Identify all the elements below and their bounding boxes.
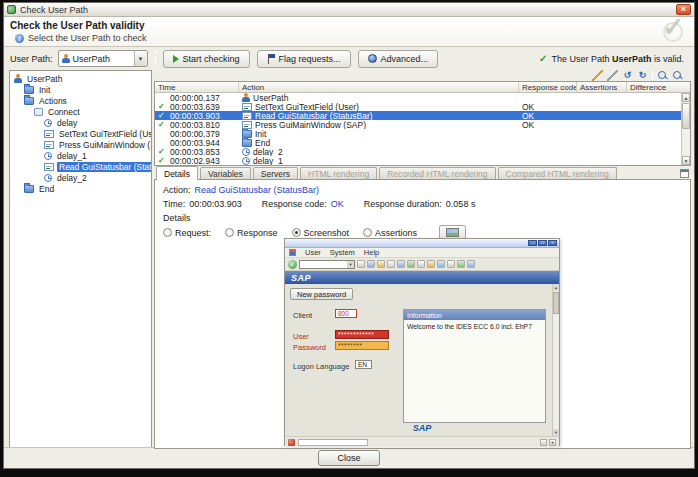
container-icon (34, 108, 43, 116)
tree-item-userpath[interactable]: UserPath (10, 73, 151, 84)
delay-icon (242, 157, 250, 165)
scroll-thumb[interactable] (682, 103, 690, 129)
password-field: ******** (335, 341, 389, 350)
column-time[interactable]: Time (155, 82, 239, 92)
info-icon: i (15, 34, 24, 43)
maximize-panel-icon[interactable] (680, 169, 689, 178)
tree-item-actions[interactable]: Actions (10, 95, 151, 106)
close-button[interactable]: Close (318, 450, 380, 466)
status-indicator-icon (288, 439, 295, 446)
table-row[interactable]: ✓00:00:03.639 SetText GuiTextField (User… (155, 102, 690, 111)
redo-icon[interactable]: ↻ (637, 70, 648, 81)
brush-icon[interactable] (607, 70, 618, 81)
command-bar: User Path: UserPath ▼ Start checking Fla… (4, 47, 694, 70)
status-mini-icon: ▼ (549, 439, 556, 446)
radio-request[interactable]: Request: (163, 228, 211, 238)
column-response-code[interactable]: Response code (519, 82, 577, 92)
tree-item-connect[interactable]: Connect (10, 106, 151, 117)
minimize-icon: – (528, 240, 537, 246)
information-title: Information (404, 310, 545, 320)
zoom-in-icon[interactable] (657, 70, 668, 81)
information-panel: Information Welcome to the IDES ECC 6.0 … (403, 309, 546, 423)
userpath-icon (14, 74, 22, 83)
tree-item-press[interactable]: Press GuiMainWindow (SAP) (10, 139, 151, 150)
tab-variables[interactable]: Variables (200, 167, 251, 179)
client-label: Client (293, 311, 312, 320)
scroll-up-icon: ▲ (553, 284, 559, 291)
chevron-down-icon: ▼ (347, 261, 354, 268)
sap-toolbar: ✓ ▼ (285, 258, 559, 271)
table-row[interactable]: ✓00:00:03.810 Press GuiMainWindow (SAP) … (155, 120, 690, 129)
table-row[interactable]: ✓00:00:03.853 delay_2 (155, 147, 690, 156)
time-value: 00:00:03.903 (189, 199, 242, 209)
column-difference[interactable]: Difference (627, 82, 690, 92)
read-icon (44, 163, 54, 171)
user-path-label: User Path: (10, 54, 53, 64)
new-password-button: New password (290, 288, 353, 300)
tree-item-delay[interactable]: delay (10, 117, 151, 128)
table-row[interactable]: ✓00:00:02.943 delay_1 (155, 156, 690, 165)
sap-toolbar-icon (447, 260, 455, 268)
table-row[interactable]: 00:00:03.944 End (155, 138, 690, 147)
valid-check-icon: ✓ (539, 53, 547, 64)
flag-requests-button[interactable]: Flag requests... (257, 50, 351, 68)
details-tabs: Details Variables Servers HTML rendering… (154, 166, 691, 180)
sap-brand-band: SAP (285, 271, 559, 284)
radio-response[interactable]: Response (225, 228, 278, 238)
tab-servers[interactable]: Servers (253, 167, 298, 179)
start-checking-button[interactable]: Start checking (163, 50, 250, 68)
sap-menu-system: System (330, 248, 355, 257)
table-row[interactable]: 00:00:00.137 UserPath (155, 93, 690, 102)
sap-menu-bar: User System Help (285, 248, 559, 258)
sap-toolbar-icon (427, 260, 435, 268)
sap-toolbar-icon (367, 260, 375, 268)
radio-screenshot[interactable]: Screenshot (292, 228, 350, 238)
user-path-icon (62, 54, 70, 63)
scroll-down-icon: ▼ (553, 429, 559, 436)
magic-wand-icon[interactable] (592, 70, 603, 81)
scroll-thumb (553, 292, 559, 314)
tree-item-end[interactable]: End (10, 183, 151, 194)
sap-toolbar-icon (397, 260, 405, 268)
close-icon: × (548, 240, 557, 246)
delay-icon (44, 119, 52, 127)
tab-recorded-html-rendering: Recorded HTML rendering (379, 167, 495, 179)
undo-icon[interactable]: ↺ (622, 70, 633, 81)
tab-details[interactable]: Details (156, 166, 198, 180)
tab-html-rendering: HTML rendering (300, 167, 377, 179)
page-subtitle-row: i Select the User Path to check (15, 33, 147, 43)
sap-screenshot: – □ × User System Help ✓ ▼ (284, 238, 560, 446)
user-path-select[interactable]: UserPath ▼ (58, 50, 148, 67)
table-row[interactable]: 00:00:00.379 Init (155, 129, 690, 138)
scroll-down-icon[interactable]: ▼ (682, 156, 690, 165)
sap-toolbar-icon (417, 260, 425, 268)
password-label: Password (293, 343, 326, 352)
validity-status: ✓ The User Path UserPath is valid. (539, 53, 688, 64)
settext-icon (242, 103, 252, 111)
tree-item-init[interactable]: Init (10, 84, 151, 95)
folder-icon (24, 97, 34, 105)
column-action[interactable]: Action (239, 82, 519, 92)
sap-toolbar-icon (457, 260, 465, 268)
radio-assertions[interactable]: Assertions (363, 228, 417, 238)
sap-title-bar: – □ × (285, 239, 559, 248)
tree-item-delay-1[interactable]: delay_1 (10, 150, 151, 161)
zoom-out-icon[interactable] (672, 70, 683, 81)
column-assertions[interactable]: Assertions (577, 82, 627, 92)
time-label: Time: (163, 199, 185, 209)
maximize-icon: □ (538, 240, 547, 246)
page-title: Check the User Path validity (10, 20, 145, 31)
tree-item-delay-2[interactable]: delay_2 (10, 172, 151, 183)
table-row-selected[interactable]: ✓00:00:03.903 Read GuiStatusbar (StatusB… (155, 111, 690, 120)
sap-logon-screen: New password Client 800 User ***********… (285, 284, 559, 437)
scroll-up-icon[interactable]: ▲ (682, 93, 690, 102)
title-bar: Check User Path × (4, 3, 694, 17)
advanced-button[interactable]: Advanced... (358, 50, 439, 68)
chevron-down-icon[interactable]: ▼ (134, 51, 147, 66)
press-icon (242, 121, 252, 129)
table-scrollbar[interactable]: ▲ ▼ (681, 93, 690, 165)
tree-item-settext[interactable]: SetText GuiTextField (User) (10, 128, 151, 139)
press-icon (44, 141, 54, 149)
tree-item-read-guistatusbar[interactable]: Read GuiStatusbar (StatusBar) (10, 161, 151, 172)
response-duration-label: Response duration: (364, 199, 442, 209)
